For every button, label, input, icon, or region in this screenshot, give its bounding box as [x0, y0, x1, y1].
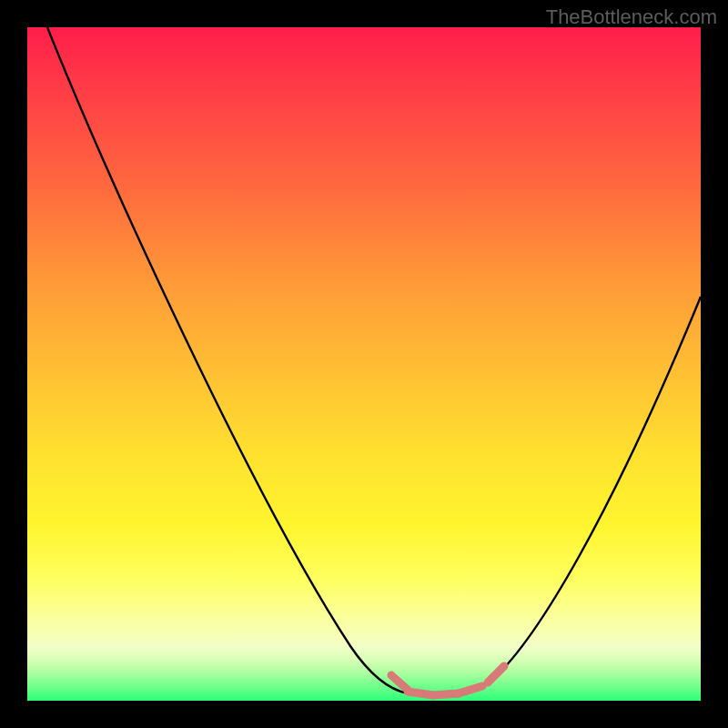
gradient-background — [27, 27, 701, 701]
plot-area — [27, 27, 701, 701]
chart-stage: TheBottleneck.com — [0, 0, 728, 728]
watermark-text: TheBottleneck.com — [546, 5, 717, 29]
